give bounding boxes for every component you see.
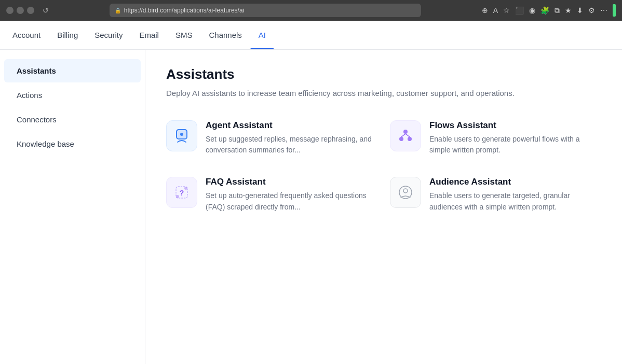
tab-ai[interactable]: AI bbox=[250, 21, 274, 49]
main-content: Assistants Deploy AI assistants to incre… bbox=[145, 50, 622, 364]
faq-assistant-icon: ? bbox=[166, 177, 197, 208]
translate-icon[interactable]: A bbox=[493, 6, 498, 15]
window-controls bbox=[6, 7, 34, 14]
svg-line-7 bbox=[405, 134, 410, 137]
main-layout: Assistants Actions Connectors Knowledge … bbox=[0, 50, 622, 364]
tab-security[interactable]: Security bbox=[86, 21, 131, 49]
svg-point-4 bbox=[399, 137, 403, 141]
zoom-icon[interactable]: ⊕ bbox=[482, 6, 488, 15]
faq-icon-svg: ? bbox=[173, 184, 190, 201]
svg-point-3 bbox=[403, 130, 408, 134]
card-flows-assistant[interactable]: Flows Assistant Enable users to generate… bbox=[390, 116, 601, 160]
agent-icon-svg bbox=[173, 128, 190, 144]
sidebar-item-connectors[interactable]: Connectors bbox=[4, 108, 141, 131]
flows-assistant-body: Flows Assistant Enable users to generate… bbox=[429, 120, 601, 156]
flows-assistant-title: Flows Assistant bbox=[429, 120, 601, 131]
lock-icon: 🔒 bbox=[115, 8, 121, 13]
sidebar-item-knowledge-base[interactable]: Knowledge base bbox=[4, 132, 141, 156]
audience-assistant-title: Audience Assistant bbox=[429, 177, 601, 187]
flows-assistant-icon bbox=[390, 120, 421, 151]
sidebar: Assistants Actions Connectors Knowledge … bbox=[0, 50, 145, 364]
agent-assistant-title: Agent Assistant bbox=[206, 120, 377, 131]
svg-point-13 bbox=[403, 189, 408, 193]
url-bar[interactable]: 🔒 https://d.bird.com/applications/ai-fea… bbox=[110, 4, 421, 17]
star-icon[interactable]: ★ bbox=[565, 6, 572, 15]
browser-actions: ⊕ A ☆ ⬛ ◉ 🧩 ⧉ ★ ⬇ ⚙ ⋯ bbox=[482, 4, 616, 17]
tab-sms[interactable]: SMS bbox=[167, 21, 201, 49]
faq-assistant-title: FAQ Assistant bbox=[206, 177, 377, 187]
audience-assistant-desc: Enable users to generate targeted, granu… bbox=[429, 190, 601, 213]
tab-channels[interactable]: Channels bbox=[200, 21, 250, 49]
more-icon[interactable]: ⋯ bbox=[600, 6, 607, 15]
bookmark-icon[interactable]: ☆ bbox=[503, 6, 510, 15]
card-audience-assistant[interactable]: Audience Assistant Enable users to gener… bbox=[390, 173, 601, 217]
svg-line-6 bbox=[401, 134, 405, 137]
tab-account[interactable]: Account bbox=[12, 21, 49, 49]
flows-assistant-desc: Enable users to generate powerful flows … bbox=[429, 134, 601, 156]
profile-icon[interactable]: ◉ bbox=[529, 6, 535, 15]
puzzle-icon[interactable]: 🧩 bbox=[540, 6, 549, 15]
svg-text:?: ? bbox=[180, 189, 184, 197]
svg-point-10 bbox=[184, 187, 187, 190]
agent-assistant-body: Agent Assistant Set up suggested replies… bbox=[206, 120, 377, 156]
audience-icon-svg bbox=[397, 184, 414, 201]
split-icon[interactable]: ⧉ bbox=[555, 6, 560, 15]
svg-point-2 bbox=[180, 133, 183, 136]
url-text: https://d.bird.com/applications/ai-featu… bbox=[124, 7, 244, 14]
faq-assistant-desc: Set up auto-generated frequently asked q… bbox=[206, 190, 377, 213]
top-nav: Account Billing Security Email SMS Chann… bbox=[0, 21, 622, 50]
browser-chrome: ↺ 🔒 https://d.bird.com/applications/ai-f… bbox=[0, 0, 622, 21]
audience-assistant-icon bbox=[390, 177, 421, 208]
agent-assistant-icon bbox=[166, 120, 197, 151]
sidebar-item-assistants[interactable]: Assistants bbox=[4, 59, 141, 82]
tab-email[interactable]: Email bbox=[131, 21, 167, 49]
faq-assistant-body: FAQ Assistant Set up auto-generated freq… bbox=[206, 177, 377, 213]
downloads-icon[interactable]: ⬇ bbox=[577, 6, 583, 15]
svg-point-11 bbox=[176, 195, 179, 198]
svg-point-12 bbox=[399, 186, 412, 199]
flows-icon-svg bbox=[397, 128, 414, 144]
settings-icon[interactable]: ⚙ bbox=[588, 6, 595, 15]
minimize-btn bbox=[17, 7, 24, 14]
close-btn bbox=[6, 7, 13, 14]
page-title: Assistants bbox=[166, 66, 601, 82]
audience-assistant-body: Audience Assistant Enable users to gener… bbox=[429, 177, 601, 213]
refresh-icon[interactable]: ↺ bbox=[43, 6, 49, 15]
extension-icon[interactable]: ⬛ bbox=[515, 6, 524, 15]
page-description: Deploy AI assistants to increase team ef… bbox=[166, 88, 561, 100]
agent-assistant-desc: Set up suggested replies, message rephra… bbox=[206, 134, 377, 156]
sidebar-item-actions[interactable]: Actions bbox=[4, 83, 141, 107]
svg-point-5 bbox=[408, 137, 412, 141]
maximize-btn bbox=[27, 7, 34, 14]
cards-grid: Agent Assistant Set up suggested replies… bbox=[166, 116, 601, 217]
card-faq-assistant[interactable]: ? FAQ Assistant Set up auto-generated fr… bbox=[166, 173, 377, 217]
card-agent-assistant[interactable]: Agent Assistant Set up suggested replies… bbox=[166, 116, 377, 160]
indicator-bar bbox=[613, 4, 616, 17]
tab-billing[interactable]: Billing bbox=[49, 21, 86, 49]
